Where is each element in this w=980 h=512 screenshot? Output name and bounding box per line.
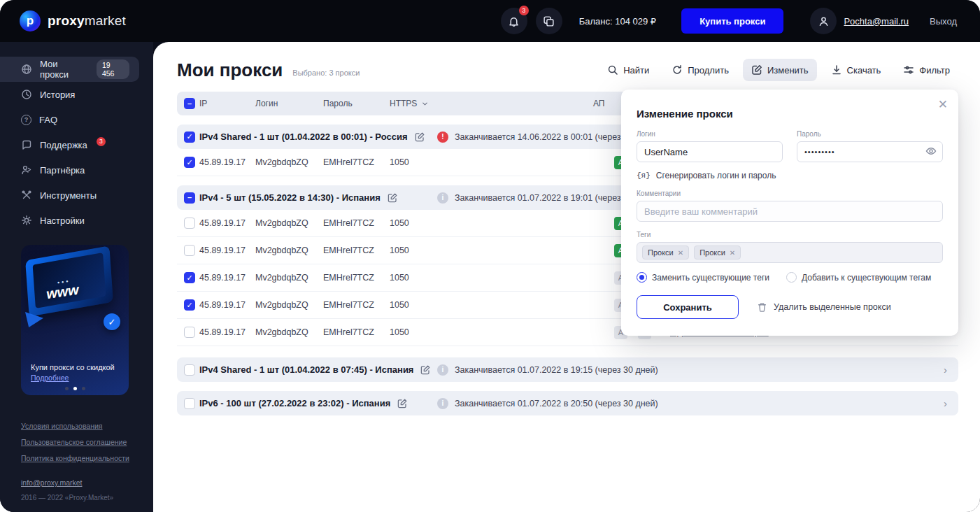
find-button[interactable]: Найти bbox=[599, 59, 658, 81]
carousel-dot[interactable] bbox=[65, 387, 69, 390]
privacy-policy-link[interactable]: Политика конфиденциальности bbox=[21, 454, 129, 462]
logo[interactable]: p proxymarket bbox=[20, 10, 126, 31]
sidebar-item-label: История bbox=[40, 90, 75, 100]
close-icon[interactable]: ✕ bbox=[938, 97, 948, 112]
cell-login: Mv2gbdqbZQ bbox=[255, 157, 323, 167]
filter-icon bbox=[903, 64, 914, 76]
cell-password: EMHrel7TCZ bbox=[323, 157, 390, 167]
remove-tag-icon[interactable]: ✕ bbox=[730, 249, 735, 257]
save-button[interactable]: Сохранить bbox=[637, 295, 739, 319]
expand-chevron-icon[interactable]: › bbox=[944, 397, 947, 409]
expand-chevron-icon[interactable]: › bbox=[944, 364, 947, 376]
cell-ip: 45.89.19.17 bbox=[199, 300, 255, 310]
buy-proxy-button[interactable]: Купить прокси bbox=[681, 8, 783, 34]
user-agreement-link[interactable]: Пользовательское соглашение bbox=[21, 438, 129, 446]
proxy-group-row[interactable]: IPv6 - 100 шт (27.02.2022 в 23:02) - Исп… bbox=[177, 391, 958, 415]
sidebar-footer-links: Условия использования Пользовательское с… bbox=[21, 422, 129, 470]
row-checkbox[interactable] bbox=[184, 327, 195, 338]
support-badge: 3 bbox=[97, 137, 106, 146]
download-icon bbox=[831, 64, 842, 76]
popup-title: Изменение прокси bbox=[637, 108, 943, 120]
sidebar-item-support[interactable]: Поддержка 3 bbox=[0, 132, 139, 157]
login-input[interactable] bbox=[637, 141, 783, 162]
cell-login: Mv2gbdqbZQ bbox=[255, 273, 323, 283]
cell-https: 1050 bbox=[390, 300, 614, 310]
promo-more-link[interactable]: Подробнее bbox=[31, 374, 69, 382]
app-window: p proxymarket 3 Баланс: 104 029 ₽ Купить… bbox=[0, 0, 980, 512]
promocodes-button[interactable] bbox=[536, 8, 562, 34]
group-checkbox[interactable] bbox=[184, 192, 195, 204]
copy-icon bbox=[543, 15, 555, 27]
promo-banner[interactable]: ••• www ✓ Купи прокси со скидкой Подробн… bbox=[21, 245, 129, 395]
group-checkbox[interactable] bbox=[184, 131, 195, 143]
cell-ip: 45.89.19.17 bbox=[199, 327, 255, 337]
remove-tag-icon[interactable]: ✕ bbox=[678, 249, 683, 257]
column-password: Пароль bbox=[323, 99, 390, 108]
password-input[interactable] bbox=[797, 141, 943, 162]
eye-icon[interactable] bbox=[925, 145, 937, 157]
edit-group-icon[interactable] bbox=[420, 364, 431, 376]
select-all-checkbox[interactable] bbox=[184, 98, 195, 109]
expiry-text: Заканчивается 01.07.2022 в 19:15 (через … bbox=[455, 365, 658, 375]
row-checkbox[interactable] bbox=[184, 272, 195, 283]
info-icon: i bbox=[437, 398, 448, 409]
delete-selected-button[interactable]: Удалить выделенные прокси bbox=[757, 302, 891, 313]
cell-ip: 45.89.19.17 bbox=[199, 218, 255, 228]
notifications-button[interactable]: 3 bbox=[501, 8, 527, 34]
group-checkbox[interactable] bbox=[184, 398, 195, 409]
radio-replace-tags[interactable]: Заменить существующие теги bbox=[637, 272, 769, 283]
sidebar-item-label: Настройки bbox=[40, 215, 85, 226]
history-icon bbox=[21, 89, 32, 100]
filter-button[interactable]: Фильтр bbox=[895, 59, 958, 81]
account-email-link[interactable]: Pochta@mail.ru bbox=[844, 16, 909, 27]
comments-label: Комментарии bbox=[637, 190, 943, 197]
column-ip: IP bbox=[199, 99, 255, 108]
extend-button[interactable]: Продлить bbox=[663, 59, 737, 81]
download-button[interactable]: Скачать bbox=[823, 59, 890, 81]
edit-group-icon[interactable] bbox=[397, 398, 408, 409]
topbar: p proxymarket 3 Баланс: 104 029 ₽ Купить… bbox=[0, 0, 980, 42]
chevron-down-icon bbox=[421, 100, 429, 108]
edit-button[interactable]: Изменить bbox=[743, 59, 817, 81]
logo-icon: p bbox=[20, 10, 41, 31]
sidebar-item-my-proxies[interactable]: Мои прокси 19 456 bbox=[0, 57, 139, 82]
account-button[interactable] bbox=[810, 8, 837, 34]
row-checkbox[interactable] bbox=[184, 245, 195, 256]
proxy-group-row[interactable]: IPv4 Shared - 1 шт (01.04.2022 в 07:45) … bbox=[177, 357, 958, 382]
sidebar-item-history[interactable]: История bbox=[0, 82, 139, 107]
generate-credentials-link[interactable]: {я} Сгенерировать логин и пароль bbox=[637, 171, 943, 180]
tag-chip: Прокси✕ bbox=[642, 246, 689, 259]
chat-icon bbox=[21, 139, 32, 150]
sidebar-item-label: Поддержка bbox=[40, 140, 87, 150]
edit-proxy-popup: ✕ Изменение прокси Логин Пароль {я} Сген… bbox=[621, 90, 958, 336]
logout-link[interactable]: Выход bbox=[930, 16, 957, 27]
password-label: Пароль bbox=[797, 130, 943, 138]
main-panel: Мои прокси Выбрано: 3 прокси Найти Продл… bbox=[153, 42, 980, 512]
bell-icon bbox=[508, 15, 520, 27]
column-https-dropdown[interactable]: HTTPS bbox=[390, 99, 593, 108]
promo-image: ••• www ✓ bbox=[21, 245, 129, 395]
carousel-dot-active[interactable] bbox=[73, 387, 77, 390]
sidebar-item-settings[interactable]: Настройки bbox=[0, 208, 139, 233]
edit-group-icon[interactable] bbox=[387, 192, 398, 204]
sidebar-item-partners[interactable]: Партнёрка bbox=[0, 157, 139, 183]
radio-append-tags[interactable]: Добавить к существующим тегам bbox=[786, 272, 931, 283]
sidebar-item-tools[interactable]: Инструменты bbox=[0, 183, 139, 208]
row-checkbox[interactable] bbox=[184, 218, 195, 229]
sidebar-item-label: Партнёрка bbox=[40, 165, 85, 176]
refresh-icon bbox=[672, 64, 683, 76]
cell-ip: 45.89.19.17 bbox=[199, 157, 255, 167]
contact-email-link[interactable]: info@proxy.market bbox=[21, 478, 83, 487]
generate-icon: {я} bbox=[637, 171, 651, 180]
partner-icon bbox=[21, 164, 32, 176]
row-checkbox[interactable] bbox=[184, 299, 195, 311]
sidebar-item-faq[interactable]: ? FAQ bbox=[0, 107, 139, 132]
sidebar-item-label: FAQ bbox=[39, 115, 57, 125]
group-checkbox[interactable] bbox=[184, 364, 195, 376]
carousel-dot[interactable] bbox=[82, 387, 85, 390]
tags-input[interactable]: Прокси✕ Прокси✕ bbox=[637, 242, 943, 263]
comments-input[interactable] bbox=[637, 201, 943, 222]
edit-group-icon[interactable] bbox=[414, 131, 425, 143]
terms-link[interactable]: Условия использования bbox=[21, 422, 129, 430]
row-checkbox[interactable] bbox=[184, 157, 195, 168]
